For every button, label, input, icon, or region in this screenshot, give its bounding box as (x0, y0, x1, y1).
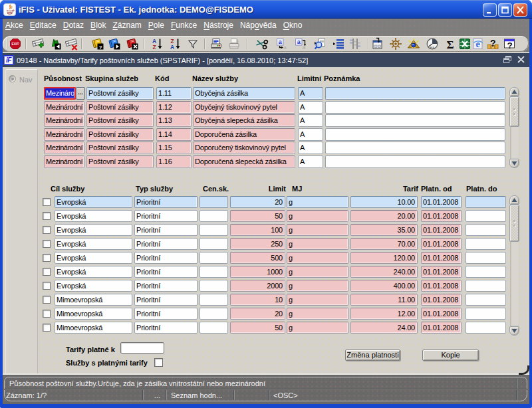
tariffs-cell-platndo[interactable] (466, 224, 506, 236)
tariffs-cell-limit[interactable]: 1000 (230, 266, 285, 278)
tariffs-cell-cil[interactable]: Evropská (55, 252, 132, 264)
tariff-row-checkbox[interactable] (43, 282, 51, 290)
services-cell-limitni[interactable]: A (298, 155, 323, 168)
services-cell-pusobnost[interactable]: Mezináro (44, 87, 76, 100)
tariffs-cell-mj[interactable]: g (287, 266, 348, 278)
tariffs-cell-cil[interactable]: Mimoevropská (55, 294, 132, 306)
print-icon[interactable] (209, 37, 223, 51)
services-cell-skupina[interactable]: Poštovní zásilky (86, 114, 154, 127)
nav-radio-button[interactable] (9, 75, 16, 82)
tariffs-cell-cil[interactable]: Evropská (55, 210, 132, 222)
tariffs-cell-platndo[interactable] (466, 322, 506, 334)
scrollbar-thumb[interactable] (509, 205, 519, 242)
menu-funkce[interactable]: Funkce (171, 21, 197, 30)
web-browser-icon[interactable]: e (471, 37, 485, 51)
services-cell-kod[interactable]: 1.13 (156, 114, 192, 127)
tariffs-cell-censk[interactable] (200, 252, 228, 264)
filter-icon[interactable] (186, 37, 200, 51)
sort-desc-icon[interactable]: ZA (168, 37, 183, 51)
pyramid-icon[interactable] (406, 37, 421, 51)
tariffs-cell-limit[interactable]: 100 (230, 224, 285, 236)
menu-pole[interactable]: Pole (148, 21, 164, 30)
tariffs-cell-cil[interactable]: Evropská (55, 238, 132, 250)
cut-icon[interactable] (255, 37, 269, 51)
tariffs-cell-platnod[interactable]: 01.01.2008 (421, 252, 462, 264)
cancel-query-icon[interactable] (125, 37, 140, 51)
tariffs-cell-mj[interactable]: g (287, 210, 348, 222)
services-cell-pusobnost[interactable]: Mezinárodní (44, 128, 84, 141)
services-cell-nazev[interactable]: Obyčejná zásilka (193, 87, 295, 100)
form-window-titlebar[interactable]: iF 09148 - Nadstavby/Tarify poštovních s… (3, 53, 529, 67)
services-cell-poznamka[interactable] (325, 155, 505, 168)
tariffs-cell-mj[interactable]: g (287, 280, 348, 292)
tariffs-cell-censk[interactable] (200, 280, 228, 292)
tariffs-cell-typ[interactable]: Prioritní (134, 224, 198, 236)
tariffs-scrollbar[interactable] (509, 195, 519, 336)
tariffs-cell-tarif[interactable]: 11.00 (350, 294, 418, 306)
services-cell-skupina[interactable]: Poštovní zásilky (86, 101, 154, 114)
tariffs-cell-censk[interactable] (200, 238, 228, 250)
services-cell-poznamka[interactable] (325, 87, 505, 100)
tariff-row-checkbox[interactable] (43, 324, 51, 332)
services-cell-poznamka[interactable] (325, 142, 505, 154)
tariffs-cell-platnod[interactable]: 01.01.2008 (421, 308, 462, 320)
tariffs-cell-mj[interactable]: g (287, 308, 348, 320)
tariffs-cell-platndo[interactable] (466, 252, 506, 264)
services-cell-limitni[interactable]: A (298, 114, 323, 127)
tariff-row-checkbox[interactable] (43, 254, 51, 262)
tariffs-cell-cil[interactable]: Evropská (55, 224, 132, 236)
services-cell-pusobnost[interactable]: Mezinárodní (44, 155, 84, 168)
tariffs-cell-limit[interactable]: 20 (230, 308, 285, 320)
services-cell-skupina[interactable]: Poštovní zásilky (86, 87, 154, 100)
import-form-icon[interactable] (370, 37, 385, 51)
tariffs-cell-censk[interactable] (200, 266, 228, 278)
scroll-down-button[interactable] (509, 159, 519, 168)
services-cell-nazev[interactable]: Obyčejný tiskovinový pytel (193, 101, 295, 114)
services-cell-kod[interactable]: 1.15 (156, 142, 192, 154)
tariffs-cell-limit[interactable]: 50 (230, 322, 285, 334)
services-cell-skupina[interactable]: Poštovní zásilky (86, 128, 154, 141)
tariffs-cell-limit[interactable]: 2000 (230, 280, 285, 292)
tariffs-cell-limit[interactable]: 20 (230, 196, 285, 208)
services-cell-kod[interactable]: 1.16 (156, 155, 192, 168)
scroll-up-button[interactable] (509, 87, 519, 96)
execute-query-icon[interactable] (107, 37, 122, 51)
tariffs-cell-platnod[interactable]: 01.01.2008 (421, 210, 462, 222)
tariffs-cell-cil[interactable]: Evropská (55, 196, 132, 208)
tariffs-cell-censk[interactable] (200, 294, 228, 306)
maximize-button[interactable] (498, 3, 512, 17)
scrollbar-thumb[interactable] (509, 96, 519, 127)
tariffs-cell-mj[interactable]: g (287, 224, 348, 236)
tariffs-cell-platnod[interactable]: 01.01.2008 (421, 238, 462, 250)
tariffs-cell-cil[interactable]: Evropská (55, 266, 132, 278)
record-list-icon[interactable] (331, 37, 346, 51)
tariffs-cell-typ[interactable]: Prioritní (134, 280, 198, 292)
tariffs-cell-cil[interactable]: Mimoevropská (55, 308, 132, 320)
tariff-row-checkbox[interactable] (43, 212, 51, 220)
sum-icon[interactable]: Σ (443, 37, 458, 51)
services-cell-limitni[interactable]: A (298, 128, 323, 141)
services-cell-skupina[interactable]: Poštovní zásilky (86, 142, 154, 154)
tariffs-cell-platnod[interactable]: 01.01.2008 (421, 266, 462, 278)
tariffs-cell-tarif[interactable]: 120.00 (350, 252, 418, 264)
tariffs-cell-platnod[interactable]: 01.01.2008 (421, 224, 462, 236)
scroll-up-button[interactable] (509, 195, 519, 205)
copy-button[interactable]: Kopie (422, 350, 479, 361)
insert-record-icon[interactable] (31, 37, 46, 51)
tariffs-cell-cil[interactable]: Evropská (55, 280, 132, 292)
tariffs-cell-typ[interactable]: Prioritní (134, 238, 198, 250)
tariffs-cell-platndo[interactable] (466, 210, 506, 222)
tariffs-cell-limit[interactable]: 50 (230, 210, 285, 222)
exit-icon[interactable]: EXIT (8, 37, 23, 51)
services-cell-limitni[interactable]: A (298, 101, 323, 114)
services-cell-poznamka[interactable] (325, 128, 505, 141)
tariffs-cell-platndo[interactable] (466, 238, 506, 250)
delete-record-icon[interactable] (65, 37, 79, 51)
tariffs-cell-mj[interactable]: g (287, 196, 348, 208)
tariffs-cell-platnod[interactable]: 01.01.2008 (421, 196, 462, 208)
tariffs-cell-censk[interactable] (200, 308, 228, 320)
tariffs-cell-mj[interactable]: g (287, 238, 348, 250)
minimize-button[interactable] (483, 3, 497, 17)
window-titlebar[interactable]: iFIS - Uživatel: FISTEST - Ek. jednotka:… (0, 0, 532, 19)
tariffs-cell-tarif[interactable]: 10.00 (350, 196, 418, 208)
